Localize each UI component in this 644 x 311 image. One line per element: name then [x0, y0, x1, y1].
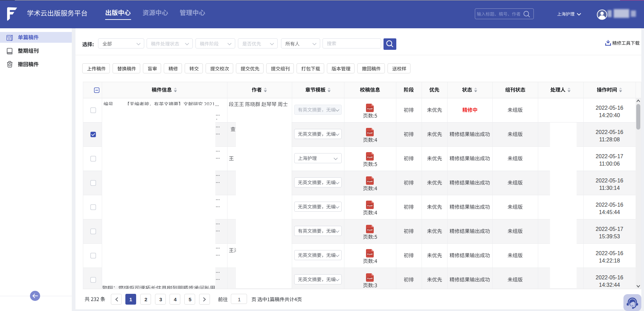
svg-text:H-pdf: H-pdf: [367, 277, 373, 279]
svg-text:H-pdf: H-pdf: [367, 156, 373, 158]
svg-text:H-pdf: H-pdf: [367, 180, 373, 182]
svg-text:H-pdf: H-pdf: [367, 229, 373, 231]
svg-text:H-pdf: H-pdf: [367, 107, 373, 110]
svg-text:H-pdf: H-pdf: [367, 204, 373, 207]
svg-text:H-pdf: H-pdf: [367, 132, 373, 134]
svg-text:H-pdf: H-pdf: [367, 253, 373, 255]
